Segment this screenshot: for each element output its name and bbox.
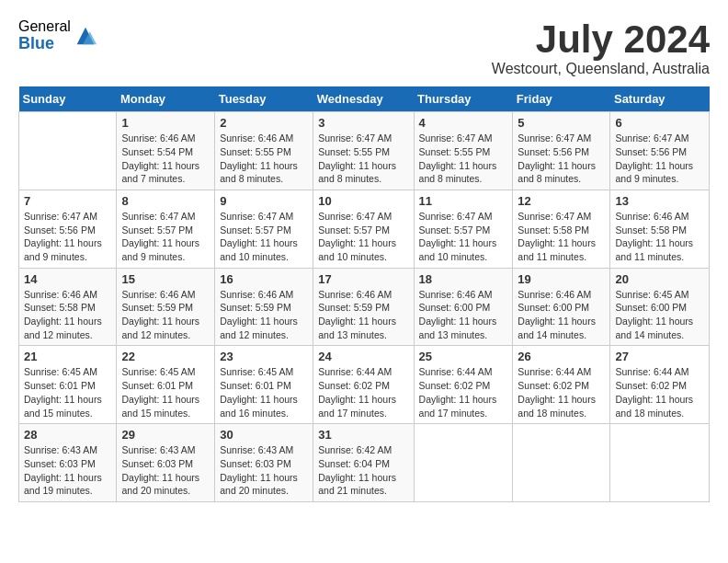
- calendar-week-row: 14Sunrise: 6:46 AM Sunset: 5:58 PM Dayli…: [19, 268, 710, 346]
- calendar-cell: 3Sunrise: 6:47 AM Sunset: 5:55 PM Daylig…: [313, 112, 414, 190]
- calendar-cell: [414, 424, 513, 502]
- weekday-header: Thursday: [414, 86, 513, 112]
- day-number: 6: [615, 116, 704, 130]
- calendar-cell: 23Sunrise: 6:45 AM Sunset: 6:01 PM Dayli…: [215, 346, 313, 424]
- weekday-header: Sunday: [19, 86, 117, 112]
- day-number: 20: [615, 272, 704, 286]
- calendar-cell: 17Sunrise: 6:46 AM Sunset: 5:59 PM Dayli…: [313, 268, 414, 346]
- day-info: Sunrise: 6:45 AM Sunset: 6:01 PM Dayligh…: [121, 365, 210, 419]
- calendar-week-row: 21Sunrise: 6:45 AM Sunset: 6:01 PM Dayli…: [19, 346, 710, 424]
- day-number: 12: [518, 194, 605, 208]
- location: Westcourt, Queensland, Australia: [492, 61, 710, 77]
- calendar-cell: 27Sunrise: 6:44 AM Sunset: 6:02 PM Dayli…: [610, 346, 710, 424]
- day-info: Sunrise: 6:47 AM Sunset: 5:56 PM Dayligh…: [24, 210, 111, 264]
- day-number: 15: [121, 272, 210, 286]
- calendar-cell: 15Sunrise: 6:46 AM Sunset: 5:59 PM Dayli…: [117, 268, 215, 346]
- day-number: 22: [121, 350, 210, 363]
- day-info: Sunrise: 6:47 AM Sunset: 5:58 PM Dayligh…: [518, 210, 605, 264]
- day-info: Sunrise: 6:43 AM Sunset: 6:03 PM Dayligh…: [24, 443, 111, 498]
- day-info: Sunrise: 6:47 AM Sunset: 5:55 PM Dayligh…: [318, 132, 408, 186]
- day-number: 21: [24, 350, 111, 363]
- day-info: Sunrise: 6:47 AM Sunset: 5:57 PM Dayligh…: [121, 210, 210, 264]
- day-number: 23: [220, 350, 308, 363]
- weekday-header: Friday: [513, 86, 610, 112]
- calendar-cell: 14Sunrise: 6:46 AM Sunset: 5:58 PM Dayli…: [19, 268, 117, 346]
- day-number: 28: [24, 428, 111, 442]
- day-number: 27: [615, 350, 704, 363]
- day-number: 19: [518, 272, 605, 286]
- day-number: 25: [419, 350, 508, 363]
- calendar-cell: 7Sunrise: 6:47 AM Sunset: 5:56 PM Daylig…: [19, 190, 117, 268]
- day-number: 3: [318, 116, 408, 130]
- calendar-cell: 18Sunrise: 6:46 AM Sunset: 6:00 PM Dayli…: [414, 268, 513, 346]
- day-info: Sunrise: 6:46 AM Sunset: 5:59 PM Dayligh…: [318, 288, 408, 342]
- calendar-cell: 26Sunrise: 6:44 AM Sunset: 6:02 PM Dayli…: [513, 346, 610, 424]
- day-info: Sunrise: 6:44 AM Sunset: 6:02 PM Dayligh…: [419, 365, 508, 419]
- day-number: 4: [419, 116, 508, 130]
- weekday-header: Wednesday: [313, 86, 414, 112]
- calendar-cell: 2Sunrise: 6:46 AM Sunset: 5:55 PM Daylig…: [215, 112, 313, 190]
- title-section: July 2024 Westcourt, Queensland, Austral…: [492, 18, 710, 77]
- day-number: 8: [121, 194, 210, 208]
- day-info: Sunrise: 6:43 AM Sunset: 6:03 PM Dayligh…: [121, 443, 210, 498]
- day-number: 30: [220, 428, 308, 442]
- calendar-cell: 22Sunrise: 6:45 AM Sunset: 6:01 PM Dayli…: [117, 346, 215, 424]
- day-info: Sunrise: 6:44 AM Sunset: 6:02 PM Dayligh…: [318, 365, 408, 419]
- day-number: 7: [24, 194, 111, 208]
- calendar-cell: 5Sunrise: 6:47 AM Sunset: 5:56 PM Daylig…: [513, 112, 610, 190]
- day-number: 9: [220, 194, 308, 208]
- logo-general: General: [18, 18, 71, 35]
- day-info: Sunrise: 6:47 AM Sunset: 5:57 PM Dayligh…: [318, 210, 408, 264]
- calendar-cell: 31Sunrise: 6:42 AM Sunset: 6:04 PM Dayli…: [313, 424, 414, 502]
- day-number: 10: [318, 194, 408, 208]
- calendar-cell: 4Sunrise: 6:47 AM Sunset: 5:55 PM Daylig…: [414, 112, 513, 190]
- calendar-cell: 12Sunrise: 6:47 AM Sunset: 5:58 PM Dayli…: [513, 190, 610, 268]
- day-info: Sunrise: 6:46 AM Sunset: 5:58 PM Dayligh…: [24, 288, 111, 342]
- day-info: Sunrise: 6:44 AM Sunset: 6:02 PM Dayligh…: [518, 365, 605, 419]
- calendar-cell: 8Sunrise: 6:47 AM Sunset: 5:57 PM Daylig…: [117, 190, 215, 268]
- day-info: Sunrise: 6:44 AM Sunset: 6:02 PM Dayligh…: [615, 365, 704, 419]
- day-number: 14: [24, 272, 111, 286]
- logo-blue: Blue: [18, 35, 71, 53]
- day-info: Sunrise: 6:46 AM Sunset: 5:55 PM Dayligh…: [220, 132, 308, 186]
- day-info: Sunrise: 6:47 AM Sunset: 5:57 PM Dayligh…: [419, 210, 508, 264]
- day-info: Sunrise: 6:45 AM Sunset: 6:01 PM Dayligh…: [220, 365, 308, 419]
- day-info: Sunrise: 6:47 AM Sunset: 5:56 PM Dayligh…: [518, 132, 605, 186]
- day-info: Sunrise: 6:45 AM Sunset: 6:00 PM Dayligh…: [615, 288, 704, 342]
- day-number: 24: [318, 350, 408, 363]
- day-info: Sunrise: 6:47 AM Sunset: 5:57 PM Dayligh…: [220, 210, 308, 264]
- day-number: 1: [121, 116, 210, 130]
- calendar-cell: [513, 424, 610, 502]
- day-number: 5: [518, 116, 605, 130]
- calendar-cell: 20Sunrise: 6:45 AM Sunset: 6:00 PM Dayli…: [610, 268, 710, 346]
- day-info: Sunrise: 6:47 AM Sunset: 5:56 PM Dayligh…: [615, 132, 704, 186]
- calendar-cell: 9Sunrise: 6:47 AM Sunset: 5:57 PM Daylig…: [215, 190, 313, 268]
- logo-icon: [73, 23, 98, 49]
- calendar-cell: 6Sunrise: 6:47 AM Sunset: 5:56 PM Daylig…: [610, 112, 710, 190]
- day-number: 29: [121, 428, 210, 442]
- logo: General Blue: [18, 18, 98, 52]
- day-info: Sunrise: 6:45 AM Sunset: 6:01 PM Dayligh…: [24, 365, 111, 419]
- day-info: Sunrise: 6:46 AM Sunset: 6:00 PM Dayligh…: [518, 288, 605, 342]
- calendar-cell: [610, 424, 710, 502]
- calendar-cell: 21Sunrise: 6:45 AM Sunset: 6:01 PM Dayli…: [19, 346, 117, 424]
- day-info: Sunrise: 6:46 AM Sunset: 5:58 PM Dayligh…: [615, 210, 704, 264]
- calendar-table: SundayMondayTuesdayWednesdayThursdayFrid…: [18, 86, 710, 502]
- day-info: Sunrise: 6:46 AM Sunset: 5:54 PM Dayligh…: [121, 132, 210, 186]
- day-number: 11: [419, 194, 508, 208]
- month-title: July 2024: [492, 18, 710, 61]
- calendar-cell: 10Sunrise: 6:47 AM Sunset: 5:57 PM Dayli…: [313, 190, 414, 268]
- day-info: Sunrise: 6:46 AM Sunset: 6:00 PM Dayligh…: [419, 288, 508, 342]
- weekday-header-row: SundayMondayTuesdayWednesdayThursdayFrid…: [19, 86, 710, 112]
- logo-text: General Blue: [18, 18, 71, 52]
- day-info: Sunrise: 6:47 AM Sunset: 5:55 PM Dayligh…: [419, 132, 508, 186]
- calendar-cell: 25Sunrise: 6:44 AM Sunset: 6:02 PM Dayli…: [414, 346, 513, 424]
- calendar-week-row: 7Sunrise: 6:47 AM Sunset: 5:56 PM Daylig…: [19, 190, 710, 268]
- day-number: 17: [318, 272, 408, 286]
- day-number: 26: [518, 350, 605, 363]
- weekday-header: Monday: [117, 86, 215, 112]
- calendar-cell: 1Sunrise: 6:46 AM Sunset: 5:54 PM Daylig…: [117, 112, 215, 190]
- weekday-header: Saturday: [610, 86, 710, 112]
- calendar-cell: 28Sunrise: 6:43 AM Sunset: 6:03 PM Dayli…: [19, 424, 117, 502]
- calendar-cell: 24Sunrise: 6:44 AM Sunset: 6:02 PM Dayli…: [313, 346, 414, 424]
